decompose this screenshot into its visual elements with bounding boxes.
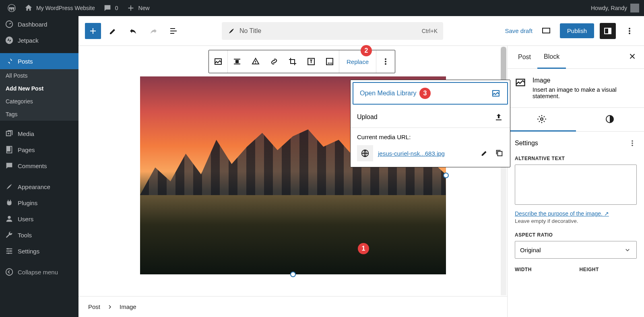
svg-point-36 [632,145,633,146]
resize-handle-right[interactable] [443,173,449,178]
edit-url-button[interactable] [480,148,489,158]
home-icon [24,4,33,12]
tab-post[interactable]: Post [512,46,537,68]
wp-logo[interactable] [3,0,20,16]
svg-point-8 [10,250,12,252]
image-icon [515,77,526,88]
tab-block[interactable]: Block [537,46,566,69]
block-type-button[interactable] [209,50,227,73]
styles-icon [605,114,615,124]
redo-button[interactable] [145,23,161,39]
sidebar-item-posts[interactable]: Posts [0,53,78,69]
sidebar-item-jetpack[interactable]: Jetpack [0,32,78,48]
options-button[interactable] [621,23,638,39]
aspect-ratio-select[interactable]: Original [515,241,637,259]
admin-bar-left: My WordPress Website 0 New [3,0,154,16]
alt-text-input[interactable] [515,165,637,205]
admin-bar-right[interactable]: Howdy, Randy [591,4,641,12]
settings-head[interactable]: Settings [515,139,637,148]
aspect-value: Original [520,247,541,253]
describe-link[interactable]: Describe the purpose of the image. ↗ [515,210,609,217]
comments-link[interactable]: 0 [99,0,122,16]
editor-header: No Title Ctrl+K Save draft Publish [78,16,644,46]
svg-point-23 [330,63,331,64]
redo-icon [149,26,158,36]
chevron-right-icon [107,304,113,310]
submenu-all-posts[interactable]: All Posts [0,69,78,82]
comment-icon [5,161,14,170]
breadcrumb-image[interactable]: Image [120,303,136,310]
plus-icon [126,4,135,12]
sliders-icon [5,247,14,255]
sidebar-item-appearance[interactable]: Appearance [0,179,78,195]
svg-point-9 [8,253,9,254]
outline-button[interactable] [165,23,182,39]
crop-button[interactable] [283,50,302,73]
text-overlay-button[interactable] [302,50,320,73]
link-icon [269,57,279,66]
sidebar-item-settings[interactable]: Settings [0,243,78,259]
sidebar-item-tools[interactable]: Tools [0,227,78,243]
new-label: New [138,5,150,11]
submenu-categories[interactable]: Categories [0,95,78,108]
svg-point-24 [331,63,332,64]
brush-icon [5,182,14,191]
undo-icon [128,26,138,36]
globe-icon [361,149,369,158]
height-label: HEIGHT [580,267,637,272]
collapse-icon [5,268,14,276]
sidebar-item-users[interactable]: Users [0,211,78,227]
sidebar-toggle-button[interactable] [600,23,616,39]
publish-button[interactable]: Publish [560,23,594,38]
link-button[interactable] [265,50,283,73]
save-draft-button[interactable]: Save draft [505,27,532,34]
site-home[interactable]: My WordPress Website [20,0,99,16]
sidebar-item-plugins[interactable]: Plugins [0,195,78,211]
width-label: WIDTH [515,267,572,272]
text-overlay-icon [306,57,316,66]
site-title: My WordPress Website [36,5,95,11]
styles-tab[interactable] [576,108,644,131]
caption-icon [251,57,260,66]
block-type-desc: Insert an image to make a visual stateme… [533,86,637,99]
sidebar-item-comments[interactable]: Comments [0,158,78,174]
preview-button[interactable] [538,23,554,39]
sidebar-item-pages[interactable]: Pages [0,142,78,158]
open-media-label: Open Media Library [360,90,417,97]
header-right: Save draft Publish [505,23,638,39]
sidebar-item-dashboard[interactable]: Dashboard [0,16,78,32]
svg-point-6 [8,216,10,219]
close-inspector-button[interactable] [625,49,640,66]
plus-icon [88,26,98,36]
sidebar-label: Appearance [18,183,50,190]
svg-point-25 [385,58,386,60]
undo-button[interactable] [125,23,141,39]
new-link[interactable]: New [122,0,154,16]
svg-point-35 [632,142,633,144]
upload-option[interactable]: Upload [351,107,510,128]
media-filename-link[interactable]: jesus-curiel-nsk...683.jpg [378,150,445,157]
svg-point-14 [629,28,630,29]
user-icon [5,214,14,223]
comment-icon [103,4,112,12]
submenu-tags[interactable]: Tags [0,108,78,121]
aspect-label: ASPECT RATIO [515,232,637,238]
duotone-button[interactable] [320,50,339,73]
current-url-label: Current media URL: [357,134,504,140]
breadcrumb-post[interactable]: Post [88,303,100,310]
resize-handle-bottom[interactable] [290,272,296,277]
admin-sidebar: Dashboard Jetpack Posts All Posts Add Ne… [0,16,78,317]
svg-point-22 [328,63,329,64]
add-block-button[interactable] [85,23,101,39]
caption-button[interactable] [246,50,265,73]
submenu-add-new[interactable]: Add New Post [0,82,78,95]
admin-bar: My WordPress Website 0 New Howdy, Randy [0,0,644,16]
block-more-button[interactable] [376,50,395,73]
sidebar-item-media[interactable]: Media [0,126,78,142]
sidebar-collapse[interactable]: Collapse menu [0,264,78,280]
document-title[interactable]: No Title Ctrl+K [222,22,443,40]
settings-tab[interactable] [508,108,576,132]
edit-mode-button[interactable] [105,23,121,39]
copy-url-button[interactable] [495,148,504,158]
align-button[interactable] [228,50,246,73]
